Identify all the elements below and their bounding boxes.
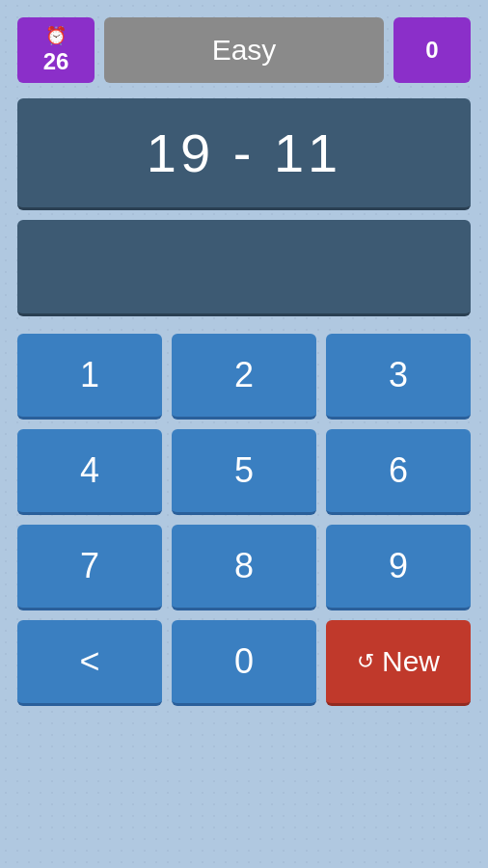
timer-value: 26 — [43, 48, 69, 75]
timer-button[interactable]: ⏰ 26 — [17, 17, 95, 83]
key-0-label: 0 — [234, 641, 254, 682]
key-new-label: New — [382, 645, 440, 678]
difficulty-display: Easy — [104, 17, 384, 83]
refresh-icon: ↺ — [357, 649, 374, 674]
key-8-label: 8 — [234, 546, 254, 586]
key-7-button[interactable]: 7 — [17, 525, 162, 610]
key-8-button[interactable]: 8 — [172, 525, 316, 610]
header: ⏰ 26 Easy 0 — [17, 17, 471, 83]
key-new-button[interactable]: ↺ New — [326, 620, 471, 706]
question-text: 19 - 11 — [147, 122, 341, 184]
key-4-button[interactable]: 4 — [17, 429, 162, 515]
key-6-button[interactable]: 6 — [326, 429, 471, 515]
key-3-button[interactable]: 3 — [326, 334, 471, 420]
key-1-label: 1 — [80, 355, 99, 395]
keypad: 1 2 3 4 5 6 7 8 9 < 0 ↺ New — [17, 334, 471, 706]
score-display: 0 — [393, 17, 471, 83]
key-5-button[interactable]: 5 — [172, 429, 316, 515]
timer-icon: ⏰ — [45, 25, 67, 46]
key-6-label: 6 — [389, 450, 408, 491]
key-3-label: 3 — [389, 355, 408, 395]
key-9-button[interactable]: 9 — [326, 525, 471, 610]
key-1-button[interactable]: 1 — [17, 334, 162, 420]
key-2-label: 2 — [234, 355, 254, 395]
question-box: 19 - 11 — [17, 98, 471, 210]
key-9-label: 9 — [389, 546, 408, 586]
key-4-label: 4 — [80, 450, 99, 491]
answer-box — [17, 220, 471, 316]
key-7-label: 7 — [80, 546, 99, 586]
difficulty-label: Easy — [212, 34, 277, 67]
score-value: 0 — [425, 37, 438, 64]
display-area: 19 - 11 — [17, 98, 471, 316]
key-2-button[interactable]: 2 — [172, 334, 316, 420]
key-backspace-label: < — [79, 641, 99, 682]
key-backspace-button[interactable]: < — [17, 620, 162, 706]
key-0-button[interactable]: 0 — [172, 620, 316, 706]
key-5-label: 5 — [234, 450, 254, 491]
